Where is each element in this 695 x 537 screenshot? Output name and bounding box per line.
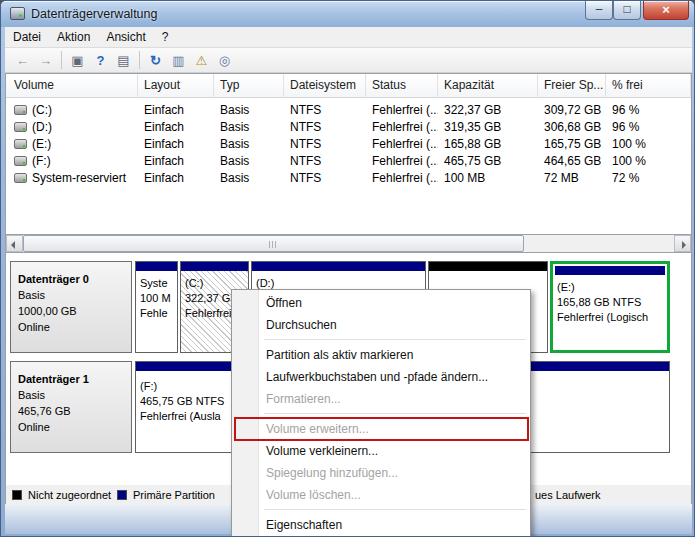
menu-item-laufwerkbuchstaben[interactable]: Laufwerkbuchstaben und -pfade ändern... (232, 366, 530, 388)
menu-item-eigenschaften[interactable]: Eigenschaften (232, 514, 530, 536)
disk-type: Basis (18, 387, 131, 403)
disk-name: Datenträger 0 (18, 271, 131, 287)
export-list-icon[interactable]: ▤ (112, 50, 135, 71)
help-icon[interactable]: ? (89, 50, 112, 71)
primary-partition-band (136, 262, 177, 271)
cell-freier-speicher: 309,72 GB (538, 102, 606, 119)
menu-item-volume-verkleinern[interactable]: Volume verkleinern... (232, 440, 530, 462)
cell-prozent-frei: 96 % (606, 119, 691, 136)
menu-datei[interactable]: Datei (5, 27, 49, 47)
disk-management-window: Datenträgerverwaltung – □ × Datei Aktion… (0, 0, 695, 537)
menu-ansicht[interactable]: Ansicht (98, 27, 153, 47)
minimize-button[interactable]: – (585, 1, 613, 20)
drive-icon (14, 139, 27, 149)
legend-primary-label: Primäre Partition (133, 489, 215, 501)
partition-size: 100 M (136, 291, 177, 306)
close-button[interactable]: × (643, 1, 689, 20)
menu-item-volume-loeschen: Volume löschen... (232, 484, 530, 506)
toolbar: ← → ▣ ? ▤ ↻ ▥ ⚠ ◎ (5, 48, 692, 73)
horizontal-scrollbar[interactable] (5, 235, 692, 252)
disk0-info-box[interactable]: Datenträger 0 Basis 1000,00 GB Online (10, 261, 132, 353)
menu-bar: Datei Aktion Ansicht ? (5, 27, 692, 48)
title-bar[interactable]: Datenträgerverwaltung – □ × (1, 1, 695, 27)
menu-hilfe[interactable]: ? (154, 27, 177, 47)
cell-status: Fehlerfrei (... (366, 170, 438, 187)
table-row-e[interactable]: (E:) Einfach Basis NTFS Fehlerfrei (... … (6, 136, 691, 153)
menu-item-partition-aktiv[interactable]: Partition als aktiv markieren (232, 344, 530, 366)
cell-typ: Basis (214, 170, 284, 187)
column-header-layout[interactable]: Layout (138, 74, 214, 98)
disk-status: Online (18, 319, 131, 335)
cell-kapazitaet: 322,37 GB (438, 102, 538, 119)
primary-partition-swatch (117, 490, 127, 500)
menu-separator (232, 506, 530, 514)
rescan-disks-icon[interactable]: ⚠ (190, 50, 213, 71)
menu-item-oeffnen[interactable]: Öffnen (232, 292, 530, 314)
disk1-info-box[interactable]: Datenträger 1 Basis 465,76 GB Online (10, 361, 132, 453)
cell-status: Fehlerfrei (... (366, 136, 438, 153)
partition-system-reserved[interactable]: Syste 100 M Fehle (135, 261, 178, 353)
cell-dateisystem: NTFS (284, 170, 366, 187)
unallocated-band (429, 262, 547, 271)
scroll-left-icon[interactable] (6, 235, 23, 252)
drive-icon (14, 122, 27, 132)
menu-separator (232, 336, 530, 344)
column-header-dateisystem[interactable]: Dateisystem (284, 74, 366, 98)
partition-label: Syste (136, 276, 177, 291)
drive-icon (14, 105, 27, 115)
partition-status: Fehle (136, 306, 177, 321)
table-row-f[interactable]: (F:) Einfach Basis NTFS Fehlerfrei (... … (6, 153, 691, 170)
cell-status: Fehlerfrei (... (366, 153, 438, 170)
cell-layout: Einfach (138, 102, 214, 119)
table-row-c[interactable]: (C:) Einfach Basis NTFS Fehlerfrei (... … (6, 102, 691, 119)
cell-kapazitaet: 319,35 GB (438, 119, 538, 136)
legend-partial-label: ues Laufwerk (535, 489, 600, 501)
column-header-typ[interactable]: Typ (214, 74, 284, 98)
column-header-freier-speicher[interactable]: Freier Sp... (538, 74, 606, 98)
search-icon[interactable]: ◎ (213, 50, 236, 71)
menu-item-durchsuchen[interactable]: Durchsuchen (232, 314, 530, 336)
disk-capacity: 465,76 GB (18, 403, 131, 419)
volume-list-pane: Volume Layout Typ Dateisystem Status Kap… (5, 73, 692, 235)
legend-unallocated-label: Nicht zugeordnet (28, 489, 111, 501)
menu-item-formatieren: Formatieren... (232, 388, 530, 410)
cell-dateisystem: NTFS (284, 119, 366, 136)
partition-label: (E:) (553, 280, 667, 295)
toolbar-separator (61, 51, 62, 69)
partition-status: Fehlerfrei (Logisch (553, 310, 667, 325)
cell-volume: System-reserviert (32, 171, 126, 185)
table-row-d[interactable]: (D:) Einfach Basis NTFS Fehlerfrei (... … (6, 119, 691, 136)
cell-typ: Basis (214, 136, 284, 153)
maximize-button[interactable]: □ (613, 1, 641, 20)
column-header-volume[interactable]: Volume (8, 74, 138, 98)
disk-capacity: 1000,00 GB (18, 303, 131, 319)
menu-aktion[interactable]: Aktion (49, 27, 98, 47)
cell-volume: (D:) (32, 120, 52, 134)
disk-name: Datenträger 1 (18, 371, 131, 387)
cell-volume: (E:) (32, 137, 51, 151)
cell-status: Fehlerfrei (... (366, 119, 438, 136)
logical-drive-band (555, 266, 665, 275)
primary-partition-band (181, 262, 248, 271)
cell-freier-speicher: 306,68 GB (538, 119, 606, 136)
cell-layout: Einfach (138, 170, 214, 187)
back-icon[interactable]: ← (11, 50, 34, 71)
column-header-status[interactable]: Status (366, 74, 438, 98)
partition-size: 165,88 GB NTFS (553, 295, 667, 310)
column-header-kapazitaet[interactable]: Kapazität (438, 74, 538, 98)
partition-e-extended[interactable]: (E:) 165,88 GB NTFS Fehlerfrei (Logisch (550, 261, 670, 353)
scrollbar-thumb[interactable] (23, 235, 524, 252)
column-header-prozent-frei[interactable]: % frei (606, 74, 691, 98)
cell-kapazitaet: 165,88 GB (438, 136, 538, 153)
table-row-system-reserved[interactable]: System-reserviert Einfach Basis NTFS Feh… (6, 170, 691, 187)
scroll-right-icon[interactable] (674, 235, 691, 252)
cell-freier-speicher: 464,65 GB (538, 153, 606, 170)
cell-prozent-frei: 100 % (606, 136, 691, 153)
console-tree-icon[interactable]: ▣ (66, 50, 89, 71)
cell-prozent-frei: 100 % (606, 153, 691, 170)
disk-list-icon[interactable]: ▥ (167, 50, 190, 71)
cell-status: Fehlerfrei (... (366, 102, 438, 119)
drive-icon (14, 156, 27, 166)
forward-icon[interactable]: → (34, 50, 57, 71)
refresh-icon[interactable]: ↻ (144, 50, 167, 71)
